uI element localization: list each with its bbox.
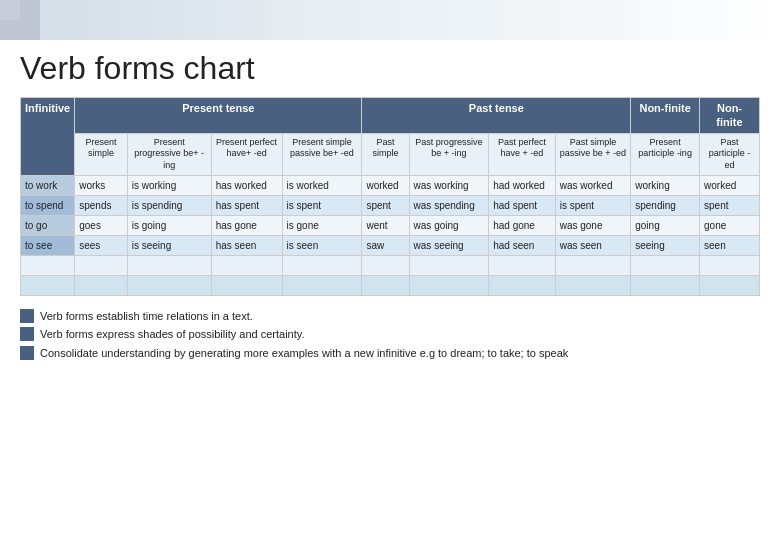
cell-value: going: [631, 215, 700, 235]
cell-value: had spent: [489, 195, 555, 215]
cell-value: is going: [127, 215, 211, 235]
cell-value: seen: [700, 235, 760, 255]
cell-verb-infinitive: to spend: [21, 195, 75, 215]
verb-forms-table: Infinitive Present tense Past tense Non-…: [20, 97, 760, 296]
cell-value: goes: [75, 215, 128, 235]
th-nonfinite-right2: Non-finite: [700, 98, 760, 134]
table-row: to gogoesis goinghas goneis gonewentwas …: [21, 215, 760, 235]
cell-value: spent: [700, 195, 760, 215]
cell-value: working: [631, 175, 700, 195]
cell-value: spent: [362, 195, 409, 215]
th-past-passive: Past simple passive be + -ed: [555, 133, 631, 175]
note-bullet-icon: [20, 309, 34, 323]
cell-value: has spent: [211, 195, 282, 215]
th-present-progressive: Present progressive be+ -ing: [127, 133, 211, 175]
cell-value: is gone: [282, 215, 362, 235]
note-text: Verb forms express shades of possibility…: [40, 326, 760, 343]
cell-value: sees: [75, 235, 128, 255]
page-title: Verb forms chart: [20, 50, 760, 87]
cell-value: is spent: [282, 195, 362, 215]
cell-value: is worked: [282, 175, 362, 195]
cell-value: is spent: [555, 195, 631, 215]
cell-value: was seeing: [409, 235, 489, 255]
th-past-simple: Past simple: [362, 133, 409, 175]
th-present-perfect: Present perfect have+ -ed: [211, 133, 282, 175]
cell-value: has seen: [211, 235, 282, 255]
cell-value: was spending: [409, 195, 489, 215]
cell-verb-infinitive: to see: [21, 235, 75, 255]
cell-value: saw: [362, 235, 409, 255]
cell-value: was working: [409, 175, 489, 195]
th-past-progressive: Past progressive be + -ing: [409, 133, 489, 175]
cell-value: seeing: [631, 235, 700, 255]
cell-value: is working: [127, 175, 211, 195]
note-text: Consolidate understanding by generating …: [40, 345, 760, 362]
notes-section: Verb forms establish time relations in a…: [20, 308, 760, 362]
cell-value: was seen: [555, 235, 631, 255]
table-row: to spendspendsis spendinghas spentis spe…: [21, 195, 760, 215]
cell-value: had seen: [489, 235, 555, 255]
th-past-perfect: Past perfect have + -ed: [489, 133, 555, 175]
cell-value: spending: [631, 195, 700, 215]
cell-value: gone: [700, 215, 760, 235]
cell-value: is seen: [282, 235, 362, 255]
note-item: Verb forms establish time relations in a…: [20, 308, 760, 325]
table-row: to workworksis workinghas workedis worke…: [21, 175, 760, 195]
cell-value: had worked: [489, 175, 555, 195]
cell-value: works: [75, 175, 128, 195]
cell-value: is seeing: [127, 235, 211, 255]
table-row-empty: [21, 275, 760, 295]
cell-verb-infinitive: to go: [21, 215, 75, 235]
cell-value: is spending: [127, 195, 211, 215]
th-past-tense: Past tense: [362, 98, 631, 134]
note-item: Consolidate understanding by generating …: [20, 345, 760, 362]
note-item: Verb forms express shades of possibility…: [20, 326, 760, 343]
cell-value: has worked: [211, 175, 282, 195]
th-present-tense: Present tense: [75, 98, 362, 134]
note-text: Verb forms establish time relations in a…: [40, 308, 760, 325]
cell-value: spends: [75, 195, 128, 215]
cell-value: was going: [409, 215, 489, 235]
th-present-simple: Present simple: [75, 133, 128, 175]
table-row-empty: [21, 255, 760, 275]
note-bullet-icon: [20, 327, 34, 341]
cell-value: went: [362, 215, 409, 235]
cell-value: has gone: [211, 215, 282, 235]
cell-value: had gone: [489, 215, 555, 235]
table-row: to seeseesis seeinghas seenis seensawwas…: [21, 235, 760, 255]
th-present-passive: Present simple passive be+ -ed: [282, 133, 362, 175]
cell-value: worked: [362, 175, 409, 195]
cell-verb-infinitive: to work: [21, 175, 75, 195]
cell-value: worked: [700, 175, 760, 195]
cell-value: was worked: [555, 175, 631, 195]
note-bullet-icon: [20, 346, 34, 360]
th-present-participle: Present participle -ing: [631, 133, 700, 175]
th-nonfinite-infinitive: Infinitive: [21, 98, 75, 176]
th-nonfinite-right1: Non-finite: [631, 98, 700, 134]
th-past-participle: Past participle -ed: [700, 133, 760, 175]
top-strip: [40, 0, 780, 40]
cell-value: was gone: [555, 215, 631, 235]
